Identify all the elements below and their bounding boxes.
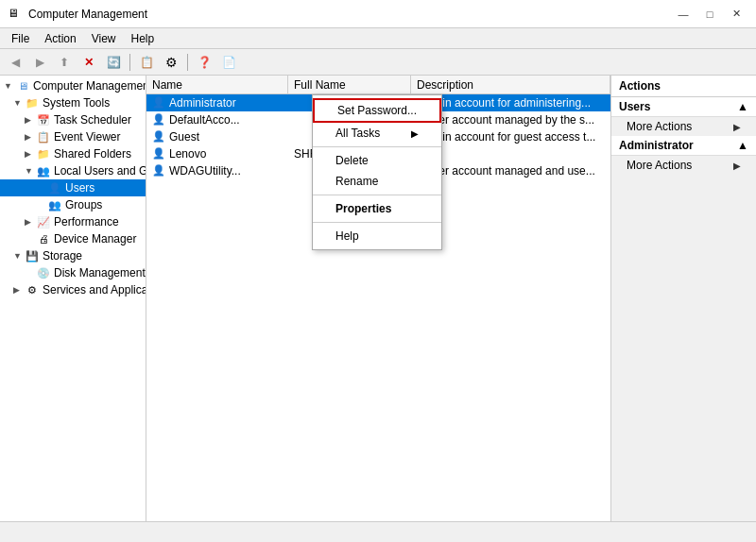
ctx-all-tasks[interactable]: All Tasks ▶	[313, 123, 441, 144]
tree-label-groups: Groups	[65, 198, 102, 212]
tree-label-system-tools: System Tools	[43, 96, 110, 110]
title-bar: 🖥 Computer Management — □ ✕	[0, 0, 756, 28]
toolbar-doc[interactable]: 📄	[217, 52, 240, 73]
tree-label-local-users: Local Users and Groups	[54, 164, 146, 178]
device-manager-icon: 🖨	[36, 231, 51, 246]
ctx-rename[interactable]: Rename	[313, 171, 441, 192]
column-headers: Name Full Name Description	[146, 76, 610, 94]
main-content: ▼ 🖥 Computer Management (Local ▼ 📁 Syste…	[0, 76, 756, 521]
ctx-delete[interactable]: Delete	[313, 150, 441, 171]
tree-item-disk-management[interactable]: 💿 Disk Management	[0, 264, 146, 281]
disk-management-icon: 💿	[36, 265, 51, 280]
app-icon: 🖥	[8, 7, 23, 22]
actions-item-more-actions-users[interactable]: More Actions ▶	[611, 117, 756, 136]
actions-section-administrator[interactable]: Administrator ▲	[611, 136, 756, 156]
expand-icon: ▶	[25, 149, 36, 159]
tree-item-performance[interactable]: ▶ 📈 Performance	[0, 213, 146, 230]
tree-label-shared-folders: Shared Folders	[54, 147, 131, 161]
ctx-help[interactable]: Help	[313, 226, 441, 246]
tree-item-comp-mgmt[interactable]: ▼ 🖥 Computer Management (Local	[0, 77, 146, 94]
user-icon: 👤	[152, 164, 165, 178]
toolbar-stop[interactable]: ✕	[77, 52, 100, 73]
user-icon: 👤	[152, 130, 165, 144]
actions-section-users[interactable]: Users ▲	[611, 97, 756, 117]
maximize-button[interactable]: □	[697, 5, 722, 24]
expand-icon: ▼	[4, 81, 15, 91]
cell-name-administrator: 👤 Administrator	[146, 96, 288, 110]
menu-file[interactable]: File	[4, 30, 37, 47]
ctx-set-password[interactable]: Set Password...	[313, 98, 441, 123]
toolbar-help[interactable]: ❓	[193, 52, 215, 73]
expand-icon: ▶	[25, 132, 36, 142]
tree-item-services[interactable]: ▶ ⚙ Services and Applications	[0, 281, 146, 298]
right-pane-actions: Actions Users ▲ More Actions ▶ Administr…	[610, 76, 756, 521]
expand-icon: ▶	[25, 115, 36, 125]
tree-item-system-tools[interactable]: ▼ 📁 System Tools	[0, 94, 146, 111]
minimize-button[interactable]: —	[671, 5, 696, 24]
menu-help[interactable]: Help	[124, 30, 163, 47]
close-button[interactable]: ✕	[724, 5, 748, 24]
cell-name-defaultaccount: 👤 DefaultAcco...	[146, 113, 288, 127]
tree-label-disk-management: Disk Management	[54, 266, 146, 279]
expand-icon: ▼	[25, 166, 36, 176]
tree-item-storage[interactable]: ▼ 💾 Storage	[0, 247, 146, 264]
expand-icon: ▶	[13, 285, 25, 295]
tree-item-users[interactable]: 👤 Users	[0, 179, 146, 196]
menu-view[interactable]: View	[84, 30, 124, 47]
toolbar-sep1	[129, 54, 130, 71]
toolbar-refresh[interactable]: 🔄	[102, 52, 125, 73]
cell-name-guest: 👤 Guest	[146, 130, 288, 144]
tree-item-event-viewer[interactable]: ▶ 📋 Event Viewer	[0, 128, 146, 145]
tree-label-services: Services and Applications	[43, 283, 146, 296]
task-scheduler-icon: 📅	[36, 112, 51, 127]
tree-item-local-users[interactable]: ▼ 👥 Local Users and Groups	[0, 162, 146, 179]
cell-name-lenovo: 👤 Lenovo	[146, 147, 288, 161]
tree-item-groups[interactable]: 👥 Groups	[0, 196, 146, 213]
tree-item-task-scheduler[interactable]: ▶ 📅 Task Scheduler	[0, 111, 146, 128]
tree-label-task-scheduler: Task Scheduler	[54, 113, 131, 127]
storage-icon: 💾	[25, 248, 40, 263]
menu-bar: File Action View Help	[0, 28, 756, 49]
event-viewer-icon: 📋	[36, 129, 51, 144]
user-icon: 👤	[152, 113, 165, 127]
ctx-separator-1	[313, 146, 441, 147]
toolbar-forward[interactable]: ▶	[28, 52, 51, 73]
center-pane: Name Full Name Description 👤 Administrat…	[146, 76, 610, 521]
window-title: Computer Management	[28, 8, 147, 21]
tree-label-users: Users	[65, 181, 94, 195]
tree-label-storage: Storage	[43, 249, 82, 263]
collapse-icon: ▲	[737, 139, 748, 152]
window-controls: — □ ✕	[671, 5, 748, 24]
arrow-icon: ▶	[733, 122, 741, 132]
ctx-separator-3	[313, 222, 441, 223]
toolbar-back[interactable]: ◀	[4, 52, 26, 73]
toolbar-export[interactable]: 📋	[135, 52, 158, 73]
expand-icon: ▼	[13, 98, 25, 108]
col-header-description[interactable]: Description	[411, 76, 610, 93]
toolbar-props[interactable]: ⚙	[160, 52, 182, 73]
groups-icon: 👥	[47, 197, 62, 212]
context-menu: Set Password... All Tasks ▶ Delete Renam…	[312, 94, 442, 250]
tree-item-shared-folders[interactable]: ▶ 📁 Shared Folders	[0, 145, 146, 162]
tree-label-performance: Performance	[54, 215, 119, 229]
expand-icon: ▼	[13, 251, 25, 261]
toolbar-sep2	[187, 54, 188, 71]
tree-item-device-manager[interactable]: 🖨 Device Manager	[0, 230, 146, 247]
computer-icon: 🖥	[15, 78, 30, 93]
menu-action[interactable]: Action	[37, 30, 83, 47]
status-bar	[0, 521, 756, 542]
submenu-arrow-icon: ▶	[411, 128, 419, 139]
toolbar-up[interactable]: ⬆	[53, 52, 76, 73]
tree-label-event-viewer: Event Viewer	[54, 130, 120, 144]
col-header-fullname[interactable]: Full Name	[288, 76, 411, 93]
toolbar: ◀ ▶ ⬆ ✕ 🔄 📋 ⚙ ❓ 📄	[0, 49, 756, 76]
ctx-properties[interactable]: Properties	[313, 198, 441, 219]
actions-header: Actions	[611, 76, 756, 97]
services-icon: ⚙	[25, 282, 40, 297]
ctx-separator-2	[313, 195, 441, 195]
performance-icon: 📈	[36, 214, 51, 229]
col-header-name[interactable]: Name	[146, 76, 288, 93]
actions-item-more-actions-admin[interactable]: More Actions ▶	[611, 156, 756, 175]
tree-label-comp-mgmt: Computer Management (Local	[33, 79, 146, 93]
arrow-icon: ▶	[733, 161, 741, 171]
